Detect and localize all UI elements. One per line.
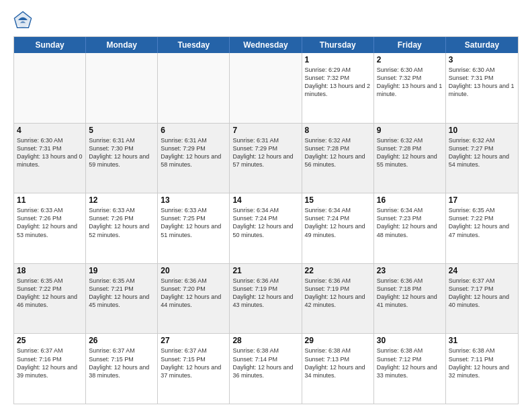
day-number: 5: [89, 126, 154, 135]
logo: [13, 11, 35, 30]
day-cell-25: 25Sunrise: 6:37 AMSunset: 7:16 PMDayligh…: [14, 334, 86, 404]
day-info: Sunrise: 6:33 AMSunset: 7:26 PMDaylight:…: [89, 206, 154, 239]
header-cell-friday: Friday: [374, 37, 446, 53]
day-info: Sunrise: 6:36 AMSunset: 7:18 PMDaylight:…: [377, 277, 443, 310]
day-cell-7: 7Sunrise: 6:31 AMSunset: 7:29 PMDaylight…: [230, 124, 302, 193]
logo-icon: [13, 11, 32, 30]
day-cell-23: 23Sunrise: 6:36 AMSunset: 7:18 PMDayligh…: [374, 264, 446, 334]
day-number: 25: [17, 336, 83, 345]
header-cell-saturday: Saturday: [446, 37, 518, 53]
day-info: Sunrise: 6:31 AMSunset: 7:30 PMDaylight:…: [89, 136, 154, 169]
day-number: 7: [232, 126, 298, 135]
day-number: 15: [305, 195, 371, 205]
day-number: 24: [449, 266, 515, 275]
day-number: 29: [305, 336, 371, 345]
day-cell-19: 19Sunrise: 6:35 AMSunset: 7:21 PMDayligh…: [86, 264, 158, 334]
day-number: 6: [161, 126, 226, 135]
day-cell-14: 14Sunrise: 6:34 AMSunset: 7:24 PMDayligh…: [230, 193, 302, 263]
header-cell-monday: Monday: [86, 37, 158, 53]
day-info: Sunrise: 6:35 AMSunset: 7:22 PMDaylight:…: [17, 277, 83, 310]
calendar-body: 1Sunrise: 6:29 AMSunset: 7:32 PMDaylight…: [14, 53, 518, 404]
calendar: SundayMondayTuesdayWednesdayThursdayFrid…: [13, 36, 519, 404]
day-number: 27: [161, 336, 226, 345]
header-cell-sunday: Sunday: [14, 37, 86, 53]
day-number: 26: [89, 336, 154, 345]
day-cell-13: 13Sunrise: 6:33 AMSunset: 7:25 PMDayligh…: [158, 193, 230, 263]
day-info: Sunrise: 6:35 AMSunset: 7:22 PMDaylight:…: [449, 206, 515, 239]
day-info: Sunrise: 6:34 AMSunset: 7:24 PMDaylight:…: [232, 206, 298, 239]
day-info: Sunrise: 6:32 AMSunset: 7:27 PMDaylight:…: [449, 136, 515, 169]
day-info: Sunrise: 6:31 AMSunset: 7:29 PMDaylight:…: [232, 136, 298, 169]
day-info: Sunrise: 6:36 AMSunset: 7:19 PMDaylight:…: [232, 277, 298, 310]
week-2: 4Sunrise: 6:30 AMSunset: 7:31 PMDaylight…: [14, 123, 518, 193]
day-cell-15: 15Sunrise: 6:34 AMSunset: 7:24 PMDayligh…: [302, 193, 374, 263]
day-info: Sunrise: 6:34 AMSunset: 7:23 PMDaylight:…: [377, 206, 443, 239]
day-number: 1: [305, 55, 371, 64]
day-number: 9: [377, 126, 443, 135]
week-5: 25Sunrise: 6:37 AMSunset: 7:16 PMDayligh…: [14, 333, 518, 404]
header-cell-tuesday: Tuesday: [158, 37, 230, 53]
week-1: 1Sunrise: 6:29 AMSunset: 7:32 PMDaylight…: [14, 53, 518, 123]
day-number: 31: [449, 336, 515, 345]
day-cell-9: 9Sunrise: 6:32 AMSunset: 7:28 PMDaylight…: [374, 124, 446, 193]
day-info: Sunrise: 6:38 AMSunset: 7:13 PMDaylight:…: [305, 347, 371, 379]
day-number: 22: [305, 266, 371, 275]
day-info: Sunrise: 6:33 AMSunset: 7:25 PMDaylight:…: [161, 206, 226, 239]
calendar-header-row: SundayMondayTuesdayWednesdayThursdayFrid…: [14, 37, 518, 53]
header-cell-wednesday: Wednesday: [230, 37, 302, 53]
day-cell-17: 17Sunrise: 6:35 AMSunset: 7:22 PMDayligh…: [446, 193, 518, 263]
day-cell-18: 18Sunrise: 6:35 AMSunset: 7:22 PMDayligh…: [14, 264, 86, 334]
header-cell-thursday: Thursday: [302, 37, 374, 53]
day-info: Sunrise: 6:36 AMSunset: 7:19 PMDaylight:…: [305, 277, 371, 310]
day-info: Sunrise: 6:30 AMSunset: 7:31 PMDaylight:…: [449, 66, 515, 99]
day-info: Sunrise: 6:37 AMSunset: 7:17 PMDaylight:…: [449, 277, 515, 310]
day-info: Sunrise: 6:35 AMSunset: 7:21 PMDaylight:…: [89, 277, 154, 310]
day-cell-1: 1Sunrise: 6:29 AMSunset: 7:32 PMDaylight…: [302, 53, 374, 123]
day-info: Sunrise: 6:37 AMSunset: 7:15 PMDaylight:…: [89, 347, 154, 379]
day-info: Sunrise: 6:32 AMSunset: 7:28 PMDaylight:…: [305, 136, 371, 169]
day-cell-30: 30Sunrise: 6:38 AMSunset: 7:12 PMDayligh…: [374, 334, 446, 404]
day-info: Sunrise: 6:32 AMSunset: 7:28 PMDaylight:…: [377, 136, 443, 169]
day-cell-24: 24Sunrise: 6:37 AMSunset: 7:17 PMDayligh…: [446, 264, 518, 334]
day-number: 20: [161, 266, 226, 275]
day-cell-26: 26Sunrise: 6:37 AMSunset: 7:15 PMDayligh…: [86, 334, 158, 404]
day-cell-31: 31Sunrise: 6:38 AMSunset: 7:11 PMDayligh…: [446, 334, 518, 404]
day-info: Sunrise: 6:33 AMSunset: 7:26 PMDaylight:…: [17, 206, 83, 239]
day-info: Sunrise: 6:38 AMSunset: 7:12 PMDaylight:…: [377, 347, 443, 379]
day-info: Sunrise: 6:37 AMSunset: 7:15 PMDaylight:…: [161, 347, 226, 379]
day-number: 30: [377, 336, 443, 345]
day-cell-22: 22Sunrise: 6:36 AMSunset: 7:19 PMDayligh…: [302, 264, 374, 334]
day-cell-20: 20Sunrise: 6:36 AMSunset: 7:20 PMDayligh…: [158, 264, 230, 334]
day-info: Sunrise: 6:38 AMSunset: 7:11 PMDaylight:…: [449, 347, 515, 379]
day-number: 10: [449, 126, 515, 135]
day-number: 4: [17, 126, 83, 135]
day-number: 3: [449, 55, 515, 64]
page: SundayMondayTuesdayWednesdayThursdayFrid…: [0, 0, 532, 411]
day-cell-2: 2Sunrise: 6:30 AMSunset: 7:32 PMDaylight…: [374, 53, 446, 123]
day-cell-8: 8Sunrise: 6:32 AMSunset: 7:28 PMDaylight…: [302, 124, 374, 193]
day-number: 12: [89, 195, 154, 205]
day-number: 28: [232, 336, 298, 345]
day-number: 21: [232, 266, 298, 275]
day-info: Sunrise: 6:34 AMSunset: 7:24 PMDaylight:…: [305, 206, 371, 239]
empty-cell: [158, 53, 230, 123]
day-number: 14: [232, 195, 298, 205]
day-info: Sunrise: 6:38 AMSunset: 7:14 PMDaylight:…: [232, 347, 298, 379]
day-info: Sunrise: 6:30 AMSunset: 7:32 PMDaylight:…: [377, 66, 443, 99]
week-3: 11Sunrise: 6:33 AMSunset: 7:26 PMDayligh…: [14, 193, 518, 263]
day-cell-5: 5Sunrise: 6:31 AMSunset: 7:30 PMDaylight…: [86, 124, 158, 193]
day-info: Sunrise: 6:37 AMSunset: 7:16 PMDaylight:…: [17, 347, 83, 379]
day-info: Sunrise: 6:31 AMSunset: 7:29 PMDaylight:…: [161, 136, 226, 169]
day-cell-29: 29Sunrise: 6:38 AMSunset: 7:13 PMDayligh…: [302, 334, 374, 404]
week-4: 18Sunrise: 6:35 AMSunset: 7:22 PMDayligh…: [14, 263, 518, 334]
day-number: 17: [449, 195, 515, 205]
day-cell-10: 10Sunrise: 6:32 AMSunset: 7:27 PMDayligh…: [446, 124, 518, 193]
day-cell-3: 3Sunrise: 6:30 AMSunset: 7:31 PMDaylight…: [446, 53, 518, 123]
day-number: 8: [305, 126, 371, 135]
day-number: 18: [17, 266, 83, 275]
day-cell-28: 28Sunrise: 6:38 AMSunset: 7:14 PMDayligh…: [230, 334, 302, 404]
day-number: 19: [89, 266, 154, 275]
day-info: Sunrise: 6:36 AMSunset: 7:20 PMDaylight:…: [161, 277, 226, 310]
empty-cell: [14, 53, 86, 123]
day-cell-11: 11Sunrise: 6:33 AMSunset: 7:26 PMDayligh…: [14, 193, 86, 263]
